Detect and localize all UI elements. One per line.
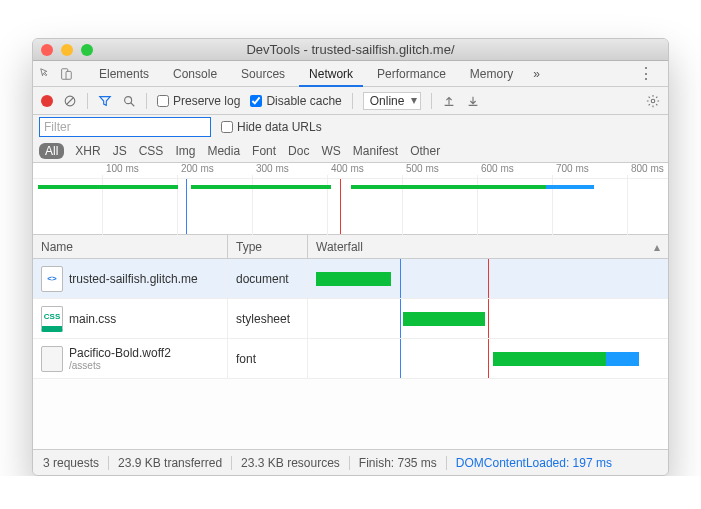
table-row[interactable]: CSS main.css stylesheet [33,299,668,339]
tick: 700 ms [556,163,589,174]
svg-point-6 [651,99,655,103]
sort-arrow-icon: ▴ [654,240,660,254]
disable-cache-checkbox[interactable]: Disable cache [250,94,341,108]
load-line [488,339,489,378]
filter-input[interactable] [39,117,211,137]
type-filter-doc[interactable]: Doc [287,143,310,159]
filter-icon[interactable] [98,94,112,108]
divider [349,456,350,470]
waterfall-bar [606,352,639,366]
disable-cache-input[interactable] [250,95,262,107]
record-button[interactable] [41,95,53,107]
requests-grid: Name Type Waterfall ▴ <> trusted-sailfis… [33,235,668,449]
status-transferred: 23.9 KB transferred [118,456,222,470]
filter-row: Hide data URLs [33,115,668,139]
divider [108,456,109,470]
status-resources: 23.3 KB resources [241,456,340,470]
tick: 300 ms [256,163,289,174]
timeline-bar [191,185,331,189]
load-line [488,299,489,338]
panel-tabs: Elements Console Sources Network Perform… [33,61,668,87]
table-row[interactable]: Pacifico-Bold.woff2 /assets font [33,339,668,379]
divider [446,456,447,470]
type-filter-xhr[interactable]: XHR [74,143,101,159]
dcl-line [400,299,401,338]
inspect-icon[interactable] [39,67,53,81]
divider [146,93,147,109]
tab-performance[interactable]: Performance [367,61,456,87]
preserve-log-checkbox[interactable]: Preserve log [157,94,240,108]
disable-cache-label: Disable cache [266,94,341,108]
col-waterfall-label: Waterfall [316,240,363,254]
waterfall-bar [316,272,391,286]
tick: 200 ms [181,163,214,174]
gear-icon[interactable] [646,94,660,108]
status-finish: Finish: 735 ms [359,456,437,470]
tab-console[interactable]: Console [163,61,227,87]
dcl-line [400,259,401,298]
type-filter-font[interactable]: Font [251,143,277,159]
grid-header: Name Type Waterfall ▴ [33,235,668,259]
minimize-icon[interactable] [61,44,73,56]
timeline-bar [351,185,546,189]
preserve-log-input[interactable] [157,95,169,107]
upload-icon[interactable] [442,94,456,108]
more-tabs-icon[interactable]: » [533,67,540,81]
col-waterfall[interactable]: Waterfall ▴ [308,235,668,258]
col-type[interactable]: Type [228,235,308,258]
waterfall-bar [403,312,485,326]
divider [231,456,232,470]
type-filter-js[interactable]: JS [112,143,128,159]
request-type: stylesheet [228,299,308,338]
request-path: /assets [69,360,171,371]
dcl-line [186,179,187,234]
request-type: font [228,339,308,378]
type-filter-manifest[interactable]: Manifest [352,143,399,159]
grid-empty [33,379,668,449]
load-line [488,259,489,298]
search-icon[interactable] [122,94,136,108]
throttle-select[interactable]: Online [363,92,422,110]
hide-data-urls-label: Hide data URLs [237,120,322,134]
load-line [340,179,341,234]
zoom-icon[interactable] [81,44,93,56]
timeline-overview[interactable]: 100 ms 200 ms 300 ms 400 ms 500 ms 600 m… [33,163,668,235]
request-name: trusted-sailfish.glitch.me [69,272,198,286]
tab-memory[interactable]: Memory [460,61,523,87]
type-filter-ws[interactable]: WS [320,143,341,159]
request-name: Pacifico-Bold.woff2 [69,346,171,360]
status-requests: 3 requests [43,456,99,470]
hide-data-urls-input[interactable] [221,121,233,133]
devtools-window: DevTools - trusted-sailfish.glitch.me/ E… [32,38,669,476]
tick: 600 ms [481,163,514,174]
network-toolbar: Preserve log Disable cache Online [33,87,668,115]
hide-data-urls-checkbox[interactable]: Hide data URLs [221,120,322,134]
svg-line-3 [67,97,74,104]
clear-icon[interactable] [63,94,77,108]
col-name[interactable]: Name [33,235,228,258]
tab-elements[interactable]: Elements [89,61,159,87]
close-icon[interactable] [41,44,53,56]
window-title: DevTools - trusted-sailfish.glitch.me/ [33,42,668,57]
timeline-bar [546,185,594,189]
status-bar: 3 requests 23.9 KB transferred 23.3 KB r… [33,449,668,475]
type-filter-all[interactable]: All [39,143,64,159]
type-filter-css[interactable]: CSS [138,143,165,159]
request-type: document [228,259,308,298]
type-filter-img[interactable]: Img [174,143,196,159]
divider [87,93,88,109]
timeline-ruler: 100 ms 200 ms 300 ms 400 ms 500 ms 600 m… [33,163,668,179]
download-icon[interactable] [466,94,480,108]
request-name: main.css [69,312,116,326]
type-filter-media[interactable]: Media [206,143,241,159]
device-icon[interactable] [59,67,73,81]
type-filter-other[interactable]: Other [409,143,441,159]
table-row[interactable]: <> trusted-sailfish.glitch.me document [33,259,668,299]
svg-line-5 [131,102,135,106]
kebab-menu-icon[interactable]: ⋮ [630,64,662,83]
type-filter-row: All XHR JS CSS Img Media Font Doc WS Man… [33,139,668,163]
tab-sources[interactable]: Sources [231,61,295,87]
titlebar: DevTools - trusted-sailfish.glitch.me/ [33,39,668,61]
divider [352,93,353,109]
tab-network[interactable]: Network [299,61,363,87]
